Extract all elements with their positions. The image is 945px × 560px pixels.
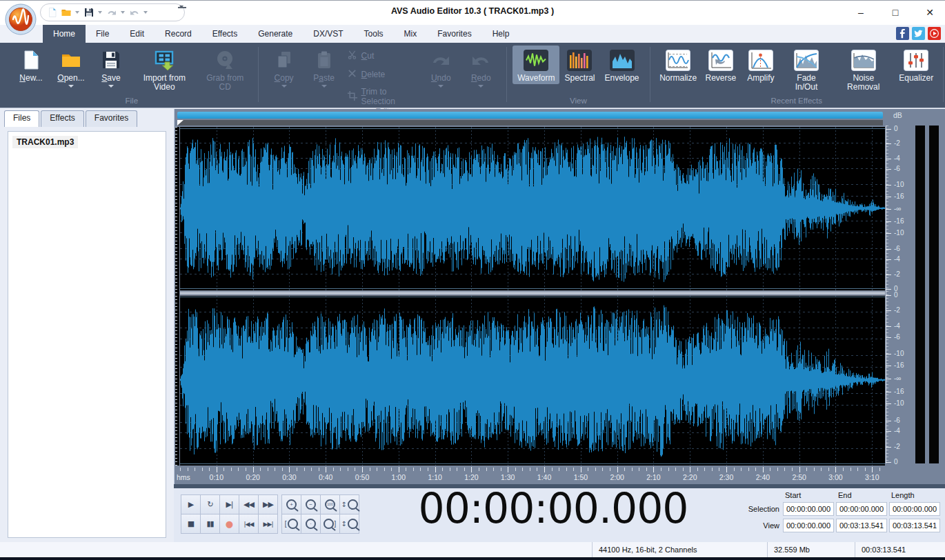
ruler-tick [399,467,399,472]
db-tick-label: -16 [894,192,904,200]
pause-button[interactable]: ▮▮ [200,514,220,534]
minimize-button[interactable]: – [849,6,873,19]
time-value-field[interactable]: 00:03:13.541 [836,519,887,532]
waveform-button[interactable]: Waveform [513,46,559,84]
position-marker-icon[interactable] [177,120,183,126]
facebook-icon[interactable] [896,27,909,40]
new-file-icon[interactable] [46,7,58,19]
go-to-start-button[interactable]: |◀◀ [239,514,259,534]
sidebar-tab-effects[interactable]: Effects [41,110,83,127]
time-value-field[interactable]: 00:00:00.000 [783,519,834,532]
db-tick [886,209,891,210]
undo-small-icon[interactable] [106,7,117,19]
waveform-canvas[interactable] [180,127,885,466]
import-from-video-button[interactable]: Import from Video [131,46,198,93]
app-logo-icon[interactable] [5,3,37,35]
noise-removal-button[interactable]: Noise Removal [832,46,895,93]
time-value-field[interactable]: 00:03:13.541 [889,519,940,532]
redo-small-icon[interactable] [128,7,140,19]
rewind-button[interactable]: ◀◀ [239,494,259,514]
zoom-out-full-button[interactable]: ] [320,514,340,534]
magnifier-icon [348,499,358,510]
tab-dx-vst[interactable]: DX/VST [303,25,353,43]
redo-button[interactable]: Redo [461,46,501,89]
tab-tools[interactable]: Tools [354,25,394,43]
tab-effects[interactable]: Effects [202,25,248,43]
equalizer-button[interactable]: Equalizer [895,46,937,84]
zoom-center-button[interactable]: · [301,514,321,534]
db-tick [886,310,891,311]
file-item[interactable]: TRACK01.mp3 [12,136,78,148]
go-to-end-button[interactable]: ▶▶| [258,514,278,534]
sidebar-tab-favorites[interactable]: Favorites [86,110,137,127]
qat-customize-button[interactable] [178,7,186,18]
db-tick-label: -2 [894,270,900,278]
zoom-to-selection-button[interactable]: [ [281,514,301,534]
time-value-field[interactable]: 00:00:00.000 [836,502,887,516]
db-tick-label: -6 [894,245,900,252]
chevron-down-icon[interactable] [98,11,102,14]
open-button[interactable]: Open... [51,46,91,89]
zoom-vertical-out-button[interactable]: ↕ [339,514,359,534]
play-to-end-button[interactable]: ▶| [219,494,239,514]
tab-mix[interactable]: Mix [394,25,428,43]
record-button[interactable]: ● [219,514,239,534]
ruler-tick [653,467,654,472]
reverse-button[interactable]: Reverse [701,46,741,84]
tab-home[interactable]: Home [43,25,86,43]
time-ruler[interactable]: hms 0:100:200:300:400:501:001:101:201:30… [175,466,886,486]
sidebar-tab-files[interactable]: Files [4,110,39,127]
maximize-button[interactable]: □ [884,6,907,19]
level-meter-left [915,126,925,463]
copy-button[interactable]: Copy [264,46,304,89]
quick-access-toolbar[interactable] [40,3,185,21]
trim-to-selection-button[interactable]: Trim to Selection [347,87,416,106]
tab-help[interactable]: Help [482,25,520,43]
delete-button[interactable]: Delete [347,68,416,81]
play-button[interactable]: ▶ [181,494,201,514]
spectral-button[interactable]: Spectral [559,46,599,84]
close-button[interactable]: ✕ [918,6,942,19]
time-value-field[interactable]: 00:00:00.000 [783,502,834,516]
tab-record[interactable]: Record [155,25,202,43]
normalize-button[interactable]: Normalize [656,46,701,84]
amplify-button[interactable]: Amplify [741,46,781,84]
chevron-down-icon [281,85,287,88]
undo-button[interactable]: Undo [421,46,461,89]
paste-button[interactable]: Paste [304,46,344,89]
zoom-vertical-in-button[interactable]: ↕ [339,494,359,514]
zoom-100-button[interactable]: 100 [320,494,340,514]
save-icon[interactable] [83,7,94,19]
twitter-icon[interactable] [912,27,925,40]
ruler-tick-label: 1:40 [537,473,551,481]
cut-button[interactable]: Cut [347,50,416,62]
tab-generate[interactable]: Generate [248,25,303,43]
import-video-icon [153,48,175,72]
tab-file[interactable]: File [86,25,119,43]
envelope-view-icon [610,48,635,72]
stop-button[interactable]: ■ [181,514,201,534]
zoom-in-button[interactable]: + [281,494,301,514]
chevron-down-icon[interactable] [143,11,148,14]
file-list[interactable]: TRACK01.mp3 [8,131,166,538]
chevron-down-icon[interactable] [121,11,125,14]
fade-in-out-button[interactable]: Fade In/Out [781,46,832,93]
time-value-field[interactable]: 00:00:00.000 [889,502,940,516]
waveform-panel: hms 0:100:200:300:400:501:001:101:201:30… [174,109,885,488]
youtube-icon[interactable] [928,27,941,40]
tab-favorites[interactable]: Favorites [427,25,481,43]
open-folder-icon[interactable] [60,7,72,19]
tab-edit[interactable]: Edit [119,25,155,43]
amplitude-mini-ruler [175,127,179,466]
new-button[interactable]: New... [11,46,51,84]
horizontal-scrollbar[interactable] [177,112,883,119]
grab-from-cd-button[interactable]: Grab from CD [198,46,252,93]
chevron-down-icon[interactable] [75,11,79,14]
save-button[interactable]: Save [91,46,131,89]
db-tick [886,354,891,354]
loop-button[interactable]: ↻ [200,494,220,514]
marker-strip[interactable] [177,120,883,126]
envelope-button[interactable]: Envelope [599,46,644,84]
fast-forward-button[interactable]: ▶▶ [258,494,278,514]
zoom-out-button[interactable]: − [301,494,321,514]
